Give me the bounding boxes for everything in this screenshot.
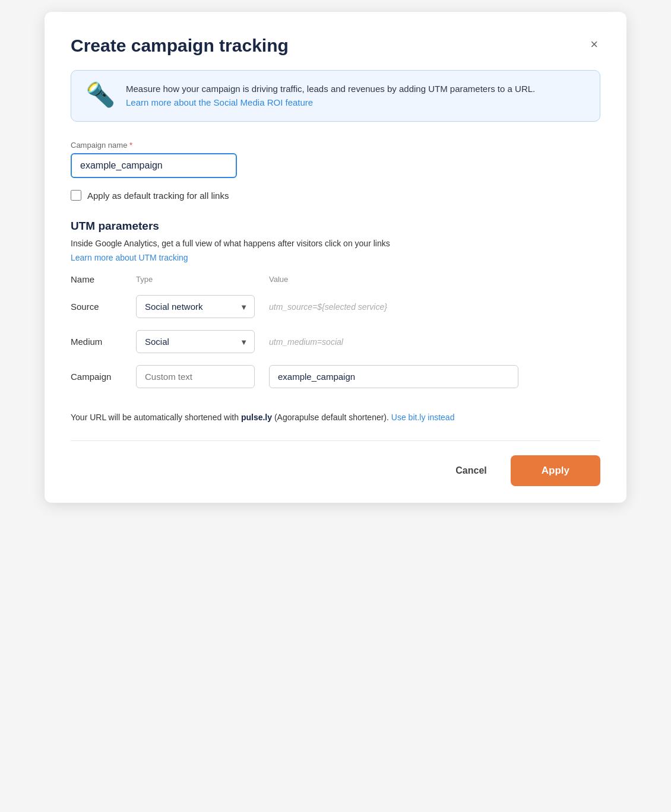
col-header-name: Name: [71, 274, 136, 289]
row-medium-value: utm_medium=social: [269, 324, 600, 359]
campaign-value-input[interactable]: [269, 365, 518, 388]
modal-header: Create campaign tracking ×: [71, 36, 600, 56]
row-source-name: Source: [71, 289, 136, 324]
row-source-type: Social network Custom text Manual ▼: [136, 289, 269, 324]
medium-value-placeholder: utm_medium=social: [269, 337, 343, 347]
campaign-name-input[interactable]: [71, 153, 237, 178]
row-campaign-name: Campaign: [71, 359, 136, 394]
source-value-placeholder: utm_source=${selected service}: [269, 302, 387, 312]
row-campaign-type: [136, 359, 269, 394]
default-tracking-label: Apply as default tracking for all links: [87, 191, 229, 201]
modal-footer: Cancel Apply: [71, 440, 600, 503]
required-mark: *: [129, 141, 132, 150]
info-banner: 🔦 Measure how your campaign is driving t…: [71, 70, 600, 122]
campaign-name-label: Campaign name *: [71, 141, 600, 150]
table-row: Medium Social Custom text Manual ▼ ut: [71, 324, 600, 359]
modal-title: Create campaign tracking: [71, 36, 289, 56]
row-medium-type: Social Custom text Manual ▼: [136, 324, 269, 359]
row-source-value: utm_source=${selected service}: [269, 289, 600, 324]
utm-table: Name Type Value Source Social network Cu…: [71, 274, 600, 394]
medium-type-wrapper: Social Custom text Manual ▼: [136, 330, 255, 353]
campaign-name-section: Campaign name *: [71, 141, 600, 178]
utm-section: UTM parameters Inside Google Analytics, …: [71, 220, 600, 394]
banner-link[interactable]: Learn more about the Social Media ROI fe…: [126, 97, 313, 107]
cancel-button[interactable]: Cancel: [441, 458, 501, 483]
utm-learn-more-link[interactable]: Learn more about UTM tracking: [71, 253, 188, 262]
default-tracking-row: Apply as default tracking for all links: [71, 190, 600, 201]
col-header-value: Value: [269, 274, 600, 289]
medium-type-select[interactable]: Social Custom text Manual: [136, 330, 255, 353]
table-row: Source Social network Custom text Manual…: [71, 289, 600, 324]
col-header-type: Type: [136, 274, 269, 289]
table-row: Campaign: [71, 359, 600, 394]
url-shortener-notice: Your URL will be automatically shortened…: [71, 411, 600, 424]
source-type-select[interactable]: Social network Custom text Manual: [136, 295, 255, 318]
close-button[interactable]: ×: [588, 36, 600, 53]
flashlight-icon: 🔦: [86, 83, 115, 106]
banner-text: Measure how your campaign is driving tra…: [126, 83, 535, 109]
row-campaign-value: [269, 359, 600, 394]
utm-description: Inside Google Analytics, get a full view…: [71, 237, 600, 250]
use-bitly-link[interactable]: Use bit.ly instead: [391, 413, 455, 422]
utm-title: UTM parameters: [71, 220, 600, 233]
create-campaign-modal: Create campaign tracking × 🔦 Measure how…: [45, 12, 626, 503]
pulse-ly-brand: pulse.ly: [241, 413, 272, 422]
campaign-type-input[interactable]: [136, 365, 255, 388]
banner-content: Measure how your campaign is driving tra…: [126, 83, 535, 109]
row-medium-name: Medium: [71, 324, 136, 359]
source-type-wrapper: Social network Custom text Manual ▼: [136, 295, 255, 318]
default-tracking-checkbox[interactable]: [71, 190, 81, 201]
apply-button[interactable]: Apply: [511, 455, 600, 486]
